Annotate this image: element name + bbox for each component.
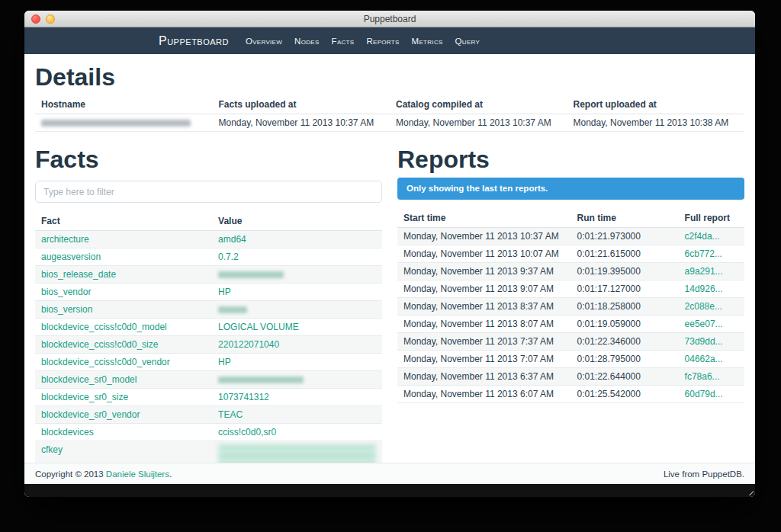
report-row: Monday, November 11 2013 8:37 AM0:01:18.… — [397, 298, 744, 316]
details-column-header: Catalog compiled at — [390, 95, 567, 114]
details-date-cell: Monday, November 11 2013 10:37 AM — [213, 114, 390, 132]
fact-row: blockdevice_sr0_size1073741312 — [35, 389, 382, 406]
close-window-button[interactable] — [31, 14, 40, 24]
window-bottom-strip — [24, 484, 755, 497]
fact-name-cell: blockdevices — [35, 424, 212, 441]
live-from-puppetdb-text: Live from PuppetDB. — [664, 470, 744, 479]
nav-item-overview[interactable]: Overview — [246, 37, 282, 46]
fact-name-cell: bios_release_date — [35, 266, 212, 284]
report-start-time-cell: Monday, November 11 2013 10:37 AM — [397, 228, 571, 245]
fact-value: 220122071040 — [218, 339, 279, 350]
footer: Copyright © 2013 Daniele Sluijters. Live… — [24, 463, 755, 484]
full-report-link[interactable]: 14d926... — [685, 284, 723, 294]
report-hash-cell: 04662a... — [679, 351, 744, 368]
full-report-link[interactable]: c2f4da... — [685, 231, 720, 242]
fact-link[interactable]: architecture — [41, 234, 89, 245]
fact-row: bios_version — [35, 301, 382, 319]
copyright-prefix: Copyright © 2013 — [35, 470, 106, 479]
nav-item-metrics[interactable]: Metrics — [412, 37, 443, 46]
nav-item-facts[interactable]: Facts — [332, 37, 355, 46]
fact-name-cell: blockdevice_cciss!c0d0_vendor — [35, 354, 212, 371]
fact-value-cell: LOGICAL VOLUME — [212, 319, 382, 336]
fact-link[interactable]: cfkey — [41, 444, 63, 455]
report-row: Monday, November 11 2013 7:07 AM0:01:28.… — [397, 351, 744, 368]
nav-item-nodes[interactable]: Nodes — [294, 37, 319, 46]
fact-name-cell: blockdevice_sr0_vendor — [35, 406, 212, 424]
full-report-link[interactable]: ee5e07... — [685, 319, 723, 329]
fact-value-cell: HP — [212, 284, 382, 301]
reports-column-header: Run time — [571, 209, 679, 228]
report-row: Monday, November 11 2013 10:07 AM0:01:21… — [397, 245, 744, 263]
fact-name-cell: architecture — [35, 231, 212, 248]
fact-row: blockdevice_sr0_vendorTEAC — [35, 406, 382, 424]
fact-link[interactable]: blockdevice_sr0_size — [41, 392, 128, 402]
redacted-hostname-value — [41, 120, 191, 127]
details-column-header: Hostname — [35, 95, 213, 114]
fact-value-cell: 0.7.2 — [212, 248, 382, 266]
navbar: Puppetboard OverviewNodesFactsReportsMet… — [24, 27, 755, 54]
fact-link[interactable]: blockdevice_sr0_vendor — [41, 409, 140, 420]
nav-item-reports[interactable]: Reports — [366, 37, 399, 46]
brand-link[interactable]: Puppetboard — [159, 34, 229, 48]
facts-column: Facts FactValue architectureamd64augeasv… — [35, 136, 382, 463]
fact-row: blockdevice_sr0_model — [35, 371, 382, 389]
fact-row: blockdevice_cciss!c0d0_size220122071040 — [35, 336, 382, 354]
report-start-time-cell: Monday, November 11 2013 9:07 AM — [397, 280, 571, 298]
full-report-link[interactable]: 6cb772... — [685, 248, 722, 259]
fact-link[interactable]: blockdevice_sr0_model — [41, 374, 137, 385]
author-link[interactable]: Daniele Sluijters — [106, 470, 169, 479]
report-run-time-cell: 0:01:22.346000 — [571, 333, 679, 351]
reports-heading: Reports — [397, 146, 744, 173]
report-hash-cell: ee5e07... — [679, 316, 744, 333]
fact-link[interactable]: bios_vendor — [41, 287, 91, 297]
fact-value-cell: 220122071040 — [212, 336, 382, 354]
full-report-link[interactable]: 60d79d... — [685, 389, 723, 399]
report-start-time-cell: Monday, November 11 2013 9:37 AM — [397, 263, 571, 280]
details-date-cell: Monday, November 11 2013 10:38 AM — [567, 114, 745, 132]
fact-link[interactable]: blockdevices — [41, 427, 94, 437]
details-hostname-cell — [35, 114, 213, 132]
window-title: Puppetboard — [364, 14, 416, 24]
report-run-time-cell: 0:01:28.795000 — [571, 351, 679, 368]
report-hash-cell: a9a291... — [679, 263, 744, 280]
reports-header-row: Start timeRun timeFull report — [397, 209, 744, 228]
full-report-link[interactable]: a9a291... — [685, 266, 723, 277]
facts-filter-input[interactable] — [35, 181, 382, 203]
fact-link[interactable]: blockdevice_cciss!c0d0_vendor — [41, 357, 170, 367]
resize-grip-icon[interactable] — [744, 486, 754, 495]
fact-name-cell: cfkey — [35, 441, 212, 463]
fact-link[interactable]: bios_release_date — [41, 269, 116, 280]
facts-heading: Facts — [35, 146, 382, 173]
report-start-time-cell: Monday, November 11 2013 10:07 AM — [397, 245, 571, 263]
report-hash-cell: fc78a6... — [679, 368, 744, 386]
full-report-link[interactable]: fc78a6... — [685, 371, 720, 382]
redacted-fact-value — [218, 306, 247, 313]
fact-value-cell — [212, 371, 382, 389]
full-report-link[interactable]: 04662a... — [685, 354, 723, 364]
fact-link[interactable]: blockdevice_cciss!c0d0_model — [41, 322, 167, 332]
reports-table: Start timeRun timeFull report Monday, No… — [397, 209, 744, 403]
report-run-time-cell: 0:01:18.258000 — [571, 298, 679, 316]
fact-value: 1073741312 — [218, 392, 269, 402]
facts-table: FactValue architectureamd64augeasversion… — [35, 212, 382, 463]
fact-value-cell: HP — [212, 354, 382, 371]
minimize-window-button[interactable] — [46, 14, 55, 24]
fact-link[interactable]: bios_version — [41, 304, 92, 315]
report-run-time-cell: 0:01:19.059000 — [571, 316, 679, 333]
copyright-suffix: . — [169, 470, 172, 479]
report-row: Monday, November 11 2013 9:37 AM0:01:19.… — [397, 263, 744, 280]
report-start-time-cell: Monday, November 11 2013 6:07 AM — [397, 386, 571, 403]
reports-banner: Only showing the last ten reports. — [397, 178, 744, 200]
full-report-link[interactable]: 73d9dd... — [685, 336, 723, 347]
fact-value: TEAC — [218, 409, 243, 420]
fact-value-cell — [212, 301, 382, 319]
full-report-link[interactable]: 2c088e... — [685, 301, 722, 312]
report-run-time-cell: 0:01:21.973000 — [571, 228, 679, 245]
redacted-fact-value — [218, 377, 304, 383]
details-date-cell: Monday, November 11 2013 10:37 AM — [390, 114, 567, 132]
fact-row: blockdevicescciss!c0d0,sr0 — [35, 424, 382, 441]
fact-link[interactable]: blockdevice_cciss!c0d0_size — [41, 339, 158, 350]
fact-link[interactable]: augeasversion — [41, 252, 101, 262]
nav-item-query[interactable]: Query — [455, 37, 480, 46]
fact-value: HP — [218, 357, 231, 367]
